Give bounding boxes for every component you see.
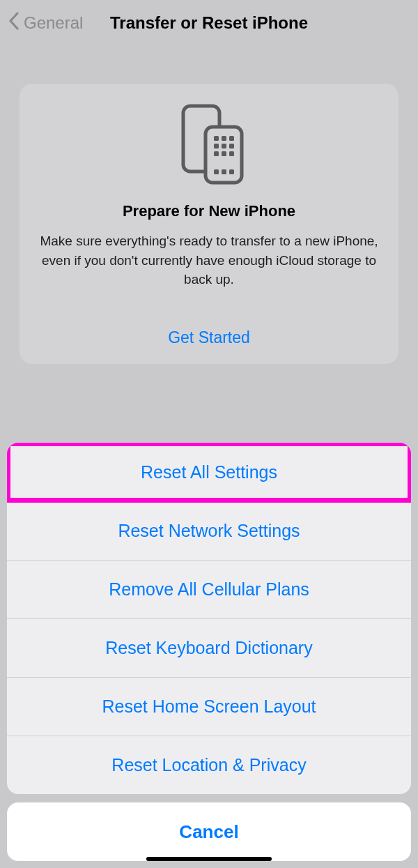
cancel-label: Cancel bbox=[179, 821, 238, 843]
svg-rect-2 bbox=[214, 136, 219, 141]
get-started-button[interactable]: Get Started bbox=[33, 328, 385, 347]
cancel-button[interactable]: Cancel bbox=[7, 802, 411, 861]
svg-rect-4 bbox=[229, 136, 234, 141]
sheet-item-reset-all-settings[interactable]: Reset All Settings bbox=[7, 443, 411, 501]
sheet-item-reset-keyboard-dictionary[interactable]: Reset Keyboard Dictionary bbox=[7, 618, 411, 677]
svg-rect-10 bbox=[229, 151, 234, 156]
back-button[interactable]: General bbox=[8, 12, 83, 34]
sheet-item-label: Remove All Cellular Plans bbox=[109, 579, 309, 600]
svg-rect-7 bbox=[229, 144, 234, 149]
svg-rect-12 bbox=[222, 169, 226, 174]
prepare-card: Prepare for New iPhone Make sure everyth… bbox=[20, 84, 398, 364]
svg-rect-5 bbox=[214, 144, 219, 149]
svg-rect-8 bbox=[214, 151, 219, 156]
action-sheet-group: Reset All Settings Reset Network Setting… bbox=[7, 443, 411, 794]
svg-rect-11 bbox=[214, 169, 219, 174]
sheet-item-label: Reset Location & Privacy bbox=[111, 755, 306, 775]
home-indicator[interactable] bbox=[146, 857, 272, 861]
action-sheet: Reset All Settings Reset Network Setting… bbox=[7, 443, 411, 861]
sheet-item-label: Reset Home Screen Layout bbox=[102, 696, 316, 717]
transfer-devices-icon bbox=[33, 103, 385, 185]
sheet-item-label: Reset Keyboard Dictionary bbox=[105, 638, 312, 658]
sheet-item-reset-location-privacy[interactable]: Reset Location & Privacy bbox=[7, 736, 411, 794]
svg-rect-6 bbox=[222, 144, 226, 149]
sheet-item-reset-network-settings[interactable]: Reset Network Settings bbox=[7, 501, 411, 560]
back-label: General bbox=[24, 13, 83, 33]
svg-rect-3 bbox=[222, 136, 226, 141]
sheet-item-reset-home-screen-layout[interactable]: Reset Home Screen Layout bbox=[7, 677, 411, 736]
card-body: Make sure everything's ready to transfer… bbox=[33, 231, 385, 289]
card-heading: Prepare for New iPhone bbox=[33, 202, 385, 220]
chevron-left-icon bbox=[8, 12, 24, 34]
svg-rect-9 bbox=[222, 151, 226, 156]
page-title: Transfer or Reset iPhone bbox=[110, 13, 308, 33]
sheet-item-label: Reset All Settings bbox=[141, 462, 277, 482]
sheet-item-label: Reset Network Settings bbox=[118, 521, 300, 541]
nav-header: General Transfer or Reset iPhone bbox=[0, 0, 418, 46]
svg-rect-13 bbox=[229, 169, 234, 174]
sheet-item-remove-all-cellular-plans[interactable]: Remove All Cellular Plans bbox=[7, 560, 411, 618]
